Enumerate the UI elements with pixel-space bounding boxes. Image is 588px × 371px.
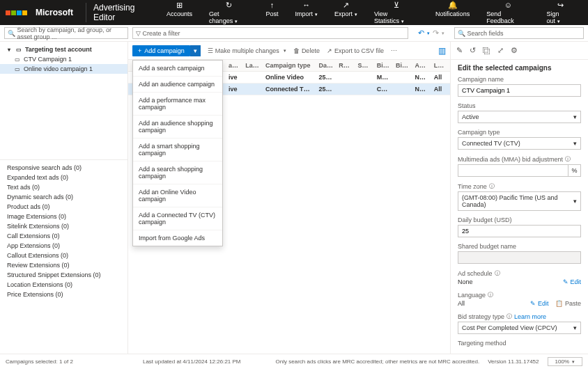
nav-send-feedback[interactable]: ☺Send Feedback: [478, 0, 538, 27]
add-campaign-button[interactable]: + Add campaign: [132, 45, 190, 56]
entity-item[interactable]: Sitelink Extensions (0): [0, 221, 127, 231]
nav-accounts[interactable]: ⊞Accounts: [158, 0, 201, 27]
dropdown-item[interactable]: Add a performance max campaign: [133, 93, 222, 116]
col-daily[interactable]: Dail...: [316, 62, 336, 69]
col-ad-sched[interactable]: Ad s...: [412, 62, 431, 69]
col-bid-adj[interactable]: Bid a...: [393, 62, 412, 69]
col-shared[interactable]: Shar...: [355, 62, 373, 69]
dropdown-item[interactable]: Add an Online Video campaign: [133, 184, 222, 207]
microsoft-logo-icon: [6, 10, 16, 15]
entity-item[interactable]: App Extensions (0): [0, 241, 127, 251]
trash-icon: 🗑: [293, 47, 300, 54]
col-status[interactable]: atus: [226, 62, 242, 69]
chevron-down-icon: ▾: [573, 324, 577, 331]
budget-label: Daily budget (USD): [458, 216, 581, 223]
delete-button[interactable]: 🗑 Delete: [293, 47, 320, 54]
export-csv-button[interactable]: ↗ Export to CSV file: [327, 47, 384, 54]
add-campaign-caret[interactable]: ▾: [190, 45, 201, 56]
col-reco[interactable]: Reco...: [336, 62, 355, 69]
campaign-name-input[interactable]: [458, 84, 581, 97]
nav-post[interactable]: ↑Post: [257, 0, 286, 27]
edit-multi-icon: ☰: [208, 47, 213, 54]
search-scope-input[interactable]: 🔍 Search by campaign, ad group, or asset…: [4, 27, 128, 39]
nav-view-statistics[interactable]: ⊻View Statistics▾: [366, 0, 427, 27]
nav-label: Get changes▾: [209, 10, 249, 24]
col-campaign-type[interactable]: Campaign type: [263, 62, 316, 69]
col-bid-strategy[interactable]: Bid s...: [374, 62, 393, 69]
entity-item[interactable]: Image Extensions (0): [0, 212, 127, 221]
nav-icon: ⊞: [176, 1, 183, 9]
entity-item[interactable]: Text ads (0): [0, 182, 127, 192]
columns-button[interactable]: ▥: [438, 46, 446, 56]
col-labels[interactable]: Labels: [242, 62, 263, 69]
entity-item[interactable]: Price Extensions (0): [0, 290, 127, 299]
export-icon: ↗: [327, 47, 332, 54]
entity-item[interactable]: Expanded text ads (0): [0, 173, 127, 182]
nav-export[interactable]: ↗Export▾: [326, 0, 366, 27]
status-bar: Campaigns selected: 1 of 2 Last updated …: [0, 354, 588, 369]
info-icon[interactable]: ⓘ: [488, 291, 493, 299]
chevron-down-icon: ▾: [284, 48, 286, 54]
entity-item[interactable]: Location Extensions (0): [0, 280, 127, 290]
make-multiple-changes[interactable]: ☰ Make multiple changes ▾: [208, 47, 286, 54]
learn-more-link[interactable]: Learn more: [514, 313, 546, 320]
paste-language-link[interactable]: 📋 Paste: [555, 300, 581, 307]
revert-tool-icon[interactable]: ↺: [470, 46, 476, 55]
campaign-type-select[interactable]: Connected TV (CTV) ▾: [458, 137, 581, 150]
entity-item[interactable]: Call Extensions (0): [0, 231, 127, 241]
bid-strategy-select[interactable]: Cost Per Completed View (CPCV) ▾: [458, 322, 581, 334]
undo-icon[interactable]: ↶: [418, 29, 424, 38]
more-button[interactable]: ⋯: [391, 47, 397, 54]
filter-input[interactable]: ▽ Create a filter: [132, 27, 408, 39]
info-icon[interactable]: ⓘ: [506, 313, 512, 320]
redo-icon[interactable]: ↷: [433, 29, 439, 38]
dropdown-item[interactable]: Import from Google Ads: [133, 230, 222, 246]
settings-tool-icon[interactable]: ⚙: [511, 46, 518, 55]
nav-notifications[interactable]: 🔔Notifications: [427, 0, 478, 27]
nav-icon: ☺: [504, 1, 512, 9]
main-area: ▾ ▭ Targeting test account ▭CTV Campaign…: [0, 42, 588, 354]
nav-label: Notifications: [435, 10, 470, 17]
edit-language-link[interactable]: ✎ Edit: [530, 300, 548, 307]
entity-item[interactable]: Review Extensions (0): [0, 260, 127, 270]
tree-root[interactable]: ▾ ▭ Targeting test account: [0, 45, 127, 54]
info-icon[interactable]: ⓘ: [565, 155, 571, 163]
dropdown-item[interactable]: Add a smart shopping campaign: [133, 139, 222, 161]
dropdown-item[interactable]: Add a search shopping campaign: [133, 161, 222, 184]
entity-item[interactable]: Callout Extensions (0): [0, 251, 127, 260]
dropdown-item[interactable]: Add an audience shopping campaign: [133, 116, 222, 139]
dropdown-item[interactable]: Add a Connected TV (CTV) campaign: [133, 207, 222, 230]
dropdown-item[interactable]: Add an audience campaign: [133, 77, 222, 93]
edit-tool-icon[interactable]: ✎: [456, 46, 463, 55]
redo-chevron-icon[interactable]: ▾: [442, 31, 444, 36]
entity-item[interactable]: Dynamic search ads (0): [0, 192, 127, 202]
expand-tool-icon[interactable]: ⤢: [497, 46, 504, 55]
shared-budget-input[interactable]: [458, 251, 581, 264]
entity-item[interactable]: Product ads (0): [0, 202, 127, 212]
timezone-select[interactable]: (GMT-08:00) Pacific Time (US and Canada)…: [458, 191, 581, 211]
info-icon[interactable]: ⓘ: [489, 182, 495, 190]
dropdown-item[interactable]: Add a search campaign: [133, 61, 222, 77]
tree-campaign[interactable]: ▭CTV Campaign 1: [0, 54, 127, 64]
copy-tool-icon[interactable]: ⿻: [483, 47, 490, 55]
search-scope-placeholder: Search by campaign, ad group, or asset g…: [17, 26, 125, 40]
budget-input[interactable]: [458, 225, 581, 237]
nav-icon: ⊻: [394, 1, 399, 9]
nav-get-changes[interactable]: ↻Get changes▾: [201, 0, 257, 27]
zoom-control[interactable]: 100% ▾: [548, 357, 582, 366]
delete-label: Delete: [302, 47, 320, 54]
entity-item[interactable]: Responsive search ads (0): [0, 163, 127, 173]
edit-schedule-link[interactable]: ✎ Edit: [563, 278, 581, 285]
search-fields-input[interactable]: 🔍 Search fields: [454, 27, 584, 39]
nav-sign-out[interactable]: ↪Sign out▾: [538, 0, 582, 27]
mma-input[interactable]: [458, 164, 568, 177]
nav-import[interactable]: ↔Import▾: [286, 0, 326, 27]
tree-campaign[interactable]: ▭Online video campaign 1: [0, 64, 127, 74]
info-icon[interactable]: ⓘ: [495, 269, 500, 277]
entity-item[interactable]: Structured Snippet Extensions (0): [0, 270, 127, 280]
col-lang[interactable]: Lang...: [431, 62, 450, 69]
grid-toolbar: + Add campaign ▾ ☰ Make multiple changes…: [128, 42, 450, 60]
nav-icon: ↪: [557, 1, 564, 9]
undo-chevron-icon[interactable]: ▾: [427, 31, 430, 36]
status-select[interactable]: Active ▾: [458, 111, 581, 123]
